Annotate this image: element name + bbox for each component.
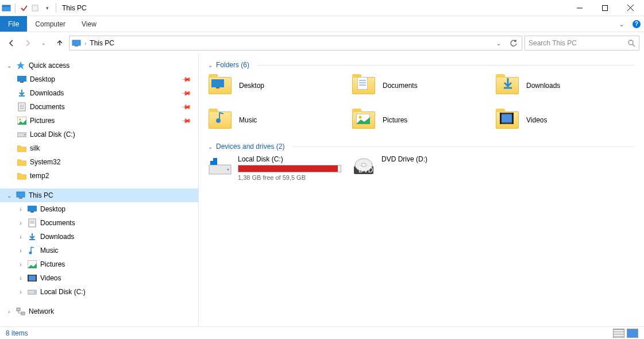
group-header-folders[interactable]: ⌄ Folders (6)	[208, 61, 635, 69]
svg-rect-1	[2, 5, 10, 7]
properties-icon[interactable]	[19, 3, 29, 13]
drive-icon	[28, 287, 37, 296]
chevron-right-icon: ›	[84, 40, 86, 47]
nav-qa-downloads[interactable]: Downloads 📌	[0, 86, 198, 100]
back-button[interactable]	[5, 36, 18, 50]
nav-qa-temp2[interactable]: temp2	[0, 169, 198, 183]
nav-label: Documents	[40, 219, 75, 227]
chevron-right-icon[interactable]: ›	[17, 289, 24, 295]
nav-pc-music[interactable]: › Music	[0, 244, 198, 257]
folder-desktop[interactable]: Desktop	[208, 74, 352, 98]
nav-pc-desktop[interactable]: › Desktop	[0, 202, 198, 216]
drive-dvd[interactable]: DVD DVD Drive (D:)	[352, 155, 495, 181]
nav-qa-documents[interactable]: Documents 📌	[0, 100, 198, 114]
nav-label: Videos	[40, 274, 61, 282]
nav-label: Pictures	[40, 260, 65, 268]
drive-label: DVD Drive (D:)	[381, 155, 427, 163]
address-dropdown-icon[interactable]: ⌄	[493, 40, 504, 47]
breadcrumb[interactable]: This PC	[90, 39, 114, 47]
nav-pc-videos[interactable]: › Videos	[0, 271, 198, 285]
nav-pc-downloads[interactable]: › Downloads	[0, 230, 198, 244]
svg-point-58	[227, 169, 229, 171]
folder-videos[interactable]: Videos	[495, 108, 639, 132]
nav-pc-documents[interactable]: › Documents	[0, 216, 198, 230]
tiles-view-button[interactable]	[627, 329, 638, 338]
recent-locations-button[interactable]: ⌄	[37, 36, 51, 50]
tab-view[interactable]: View	[74, 16, 105, 32]
search-box[interactable]: Search This PC	[525, 36, 639, 51]
ribbon-tabs: File Computer View ⌄ ?	[0, 16, 644, 32]
nav-qa-desktop[interactable]: Desktop 📌	[0, 72, 198, 86]
folder-documents[interactable]: Documents	[352, 74, 495, 98]
quick-access-toolbar: ▾	[1, 3, 59, 13]
nav-qa-silk[interactable]: silk	[0, 141, 198, 155]
nav-label: Documents	[30, 103, 65, 111]
chevron-right-icon[interactable]: ›	[17, 248, 24, 254]
svg-rect-8	[75, 45, 78, 47]
chevron-right-icon[interactable]: ›	[17, 234, 24, 240]
qat-divider-2	[56, 3, 56, 13]
folder-downloads[interactable]: Downloads	[495, 74, 639, 98]
svg-rect-53	[500, 113, 502, 124]
tab-file[interactable]: File	[0, 16, 27, 32]
drive-local-disk[interactable]: Local Disk (C:) 1,38 GB free of 59,5 GB	[208, 155, 352, 181]
pictures-icon	[28, 260, 37, 269]
chevron-right-icon[interactable]: ›	[6, 309, 13, 315]
folder-pictures[interactable]: Pictures	[352, 108, 495, 132]
ribbon-collapse-icon[interactable]: ⌄	[614, 16, 629, 32]
main-area: ⌄ Quick access Desktop 📌 Downloads 📌 Doc…	[0, 54, 644, 326]
nav-pc-local-disk[interactable]: › Local Disk (C:)	[0, 285, 198, 299]
downloads-folder-icon	[495, 74, 519, 98]
tab-computer[interactable]: Computer	[27, 16, 74, 32]
group-divider	[292, 147, 635, 147]
minimize-button[interactable]	[567, 0, 592, 16]
nav-network[interactable]: › Network	[0, 305, 198, 318]
chevron-right-icon[interactable]: ›	[17, 275, 24, 282]
qat-dropdown-icon[interactable]: ▾	[42, 3, 52, 13]
nav-label: Desktop	[40, 205, 65, 213]
drives-grid: Local Disk (C:) 1,38 GB free of 59,5 GB …	[208, 155, 635, 181]
nav-qa-system32[interactable]: System32	[0, 155, 198, 169]
details-view-button[interactable]	[613, 329, 624, 338]
pin-icon: 📌	[180, 87, 191, 98]
folder-music[interactable]: Music	[208, 108, 352, 132]
address-bar[interactable]: › This PC ⌄	[69, 36, 522, 51]
chevron-right-icon[interactable]: ›	[17, 261, 24, 268]
svg-rect-41	[211, 79, 224, 87]
nav-label: System32	[30, 158, 60, 166]
close-button[interactable]	[618, 0, 643, 16]
svg-rect-42	[216, 87, 219, 88]
up-button[interactable]	[53, 36, 67, 50]
forward-button[interactable]	[21, 36, 34, 50]
maximize-button[interactable]	[592, 0, 618, 16]
help-button[interactable]: ?	[629, 16, 644, 32]
chevron-right-icon[interactable]: ›	[17, 220, 24, 226]
nav-quick-access[interactable]: ⌄ Quick access	[0, 59, 198, 72]
svg-rect-4	[603, 5, 608, 10]
svg-rect-57	[210, 158, 213, 161]
group-header-drives[interactable]: ⌄ Devices and drives (2)	[208, 142, 635, 151]
desktop-icon	[28, 205, 37, 214]
chevron-down-icon[interactable]: ⌄	[6, 192, 13, 199]
nav-this-pc[interactable]: ⌄ This PC	[0, 188, 198, 202]
refresh-button[interactable]	[508, 39, 519, 47]
nav-qa-pictures[interactable]: Pictures 📌	[0, 114, 198, 128]
app-icon	[1, 3, 11, 13]
new-folder-icon[interactable]	[30, 3, 41, 13]
svg-rect-43	[357, 77, 368, 90]
qat-divider	[15, 3, 16, 13]
chevron-right-icon[interactable]: ›	[17, 206, 24, 213]
svg-rect-34	[29, 276, 36, 280]
svg-point-38	[34, 292, 36, 293]
search-placeholder: Search This PC	[529, 39, 577, 47]
nav-pc-pictures[interactable]: › Pictures	[0, 257, 198, 271]
folder-label: Pictures	[383, 116, 407, 124]
search-icon	[627, 39, 635, 47]
svg-rect-40	[21, 312, 25, 315]
nav-qa-local-disk[interactable]: Local Disk (C:)	[0, 128, 198, 141]
downloads-icon	[28, 232, 37, 241]
chevron-down-icon: ⌄	[208, 144, 213, 150]
chevron-down-icon[interactable]: ⌄	[6, 63, 13, 69]
pin-icon: 📌	[180, 115, 191, 126]
chevron-down-icon: ⌄	[208, 62, 213, 68]
